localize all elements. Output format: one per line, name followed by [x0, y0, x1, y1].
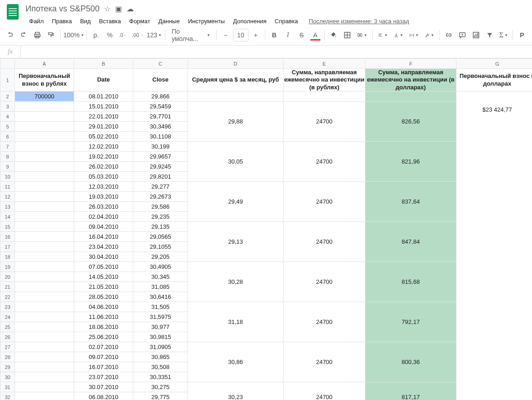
insert-link-button[interactable]	[442, 29, 455, 41]
menu-инструменты[interactable]: Инструменты	[184, 16, 228, 26]
cell-B24[interactable]: 11.06.2010	[74, 312, 133, 322]
cell-C7[interactable]: 30,199	[133, 142, 188, 152]
cell-A13[interactable]	[15, 202, 74, 212]
cell-B30[interactable]: 23.07.2010	[74, 372, 133, 382]
header-cell-F[interactable]: Сумма, направляемая ежемесячно на инвест…	[365, 69, 456, 92]
cell-A15[interactable]	[15, 222, 74, 232]
cell-A10[interactable]	[15, 172, 74, 182]
cell-B11[interactable]: 12.03.2010	[74, 182, 133, 192]
doc-title[interactable]: Ипотека vs S&P500	[25, 4, 100, 14]
cell-C12[interactable]: 29,2673	[133, 192, 188, 202]
cell-A20[interactable]	[15, 272, 74, 282]
row-header[interactable]: 30	[0, 372, 15, 382]
cell-C22[interactable]: 30,6416	[133, 292, 188, 302]
cell-F2[interactable]	[365, 92, 456, 102]
cell-B21[interactable]: 21.05.2010	[74, 282, 133, 292]
cell-D23[interactable]: 31,18	[188, 302, 284, 342]
col-header-C[interactable]: C	[133, 59, 188, 69]
row-header[interactable]: 14	[0, 212, 15, 222]
cell-C23[interactable]: 31,505	[133, 302, 188, 312]
col-header-E[interactable]: E	[284, 59, 365, 69]
cell-D19[interactable]: 30,28	[188, 262, 284, 302]
row-header[interactable]: 26	[0, 332, 15, 342]
cell-F31[interactable]: 817,17	[365, 382, 456, 400]
cell-B22[interactable]: 28.05.2010	[74, 292, 133, 302]
row-header[interactable]: 23	[0, 302, 15, 312]
cell-C27[interactable]: 31,0905	[133, 342, 188, 352]
row-header[interactable]: 7	[0, 142, 15, 152]
cell-C11[interactable]: 29,277	[133, 182, 188, 192]
cell-B5[interactable]: 29.01.2010	[74, 122, 133, 132]
cloud-status-icon[interactable]: ☁	[127, 5, 134, 13]
cell-F11[interactable]: 837,64	[365, 182, 456, 222]
cell-C10[interactable]: 29,8201	[133, 172, 188, 182]
cell-C19[interactable]: 30,4905	[133, 262, 188, 272]
text-wrap-button[interactable]	[406, 29, 421, 41]
cell-D15[interactable]: 29,13	[188, 222, 284, 262]
cell-C24[interactable]: 31,5975	[133, 312, 188, 322]
cell-A2[interactable]: 700000	[15, 92, 74, 102]
cell-A18[interactable]	[15, 252, 74, 262]
cell-D3[interactable]: 29,88	[188, 102, 284, 142]
cell-A8[interactable]	[15, 152, 74, 162]
cell-A16[interactable]	[15, 232, 74, 242]
cell-B3[interactable]: 15.01.2010	[74, 102, 133, 112]
cell-B14[interactable]: 02.04.2010	[74, 212, 133, 222]
cell-C3[interactable]: 29,5459	[133, 102, 188, 112]
redo-button[interactable]	[17, 29, 30, 41]
row-header[interactable]: 29	[0, 362, 15, 372]
cell-C2[interactable]: 29,866	[133, 92, 188, 102]
row-header[interactable]: 17	[0, 242, 15, 252]
cell-B13[interactable]: 26.03.2010	[74, 202, 133, 212]
cell-B16[interactable]: 16.04.2010	[74, 232, 133, 242]
app-logo[interactable]	[4, 3, 22, 21]
spreadsheet-grid[interactable]: ABCDEFG 1Первоначальный взнос в рубляхDa…	[0, 58, 532, 400]
cell-A4[interactable]	[15, 112, 74, 122]
cell-B9[interactable]: 26.02.2010	[74, 162, 133, 172]
cell-A9[interactable]	[15, 162, 74, 172]
menu-вставка[interactable]: Вставка	[95, 16, 124, 26]
cell-C15[interactable]: 29,135	[133, 222, 188, 232]
cell-F27[interactable]: 800,36	[365, 342, 456, 382]
row-header[interactable]: 32	[0, 392, 15, 400]
menu-данные[interactable]: Данные	[155, 16, 183, 26]
cell-E15[interactable]: 24700	[284, 222, 365, 262]
cell-A26[interactable]	[15, 332, 74, 342]
text-color-button[interactable]: A	[309, 29, 322, 41]
cell-E23[interactable]: 24700	[284, 302, 365, 342]
cell-C5[interactable]: 30,3496	[133, 122, 188, 132]
row-header[interactable]: 5	[0, 122, 15, 132]
row-header[interactable]: 15	[0, 222, 15, 232]
menu-вид[interactable]: Вид	[76, 16, 95, 26]
menu-справка[interactable]: Справка	[271, 16, 302, 26]
cell-F7[interactable]: 821,96	[365, 142, 456, 182]
col-header-A[interactable]: A	[15, 59, 74, 69]
insert-comment-button[interactable]	[456, 29, 469, 41]
col-header-B[interactable]: B	[74, 59, 133, 69]
row-header[interactable]: 25	[0, 322, 15, 332]
more-button[interactable]: Р	[516, 29, 528, 41]
cell-C14[interactable]: 29,235	[133, 212, 188, 222]
font-size-input[interactable]: 10	[233, 29, 248, 41]
undo-button[interactable]	[4, 29, 16, 41]
menu-файл[interactable]: Файл	[25, 16, 47, 26]
menu-правка[interactable]: Правка	[48, 16, 76, 26]
cell-B25[interactable]: 18.06.2010	[74, 322, 133, 332]
row-header[interactable]: 21	[0, 282, 15, 292]
cell-A25[interactable]	[15, 322, 74, 332]
row-header[interactable]: 24	[0, 312, 15, 322]
bold-button[interactable]: B	[268, 29, 281, 41]
filter-button[interactable]	[483, 29, 496, 41]
zoom-select[interactable]: 100%	[63, 29, 84, 41]
row-header[interactable]: 13	[0, 202, 15, 212]
row-header[interactable]: 2	[0, 92, 15, 102]
cell-D2[interactable]	[188, 92, 284, 102]
cell-C21[interactable]: 31,085	[133, 282, 188, 292]
row-header[interactable]: 18	[0, 252, 15, 262]
row-header[interactable]: 11	[0, 182, 15, 192]
cell-B2[interactable]: 08.01.2010	[74, 92, 133, 102]
cell-F15[interactable]: 847,84	[365, 222, 456, 262]
cell-C25[interactable]: 30,977	[133, 322, 188, 332]
cell-B26[interactable]: 25.06.2010	[74, 332, 133, 342]
cell-C17[interactable]: 29,1055	[133, 242, 188, 252]
